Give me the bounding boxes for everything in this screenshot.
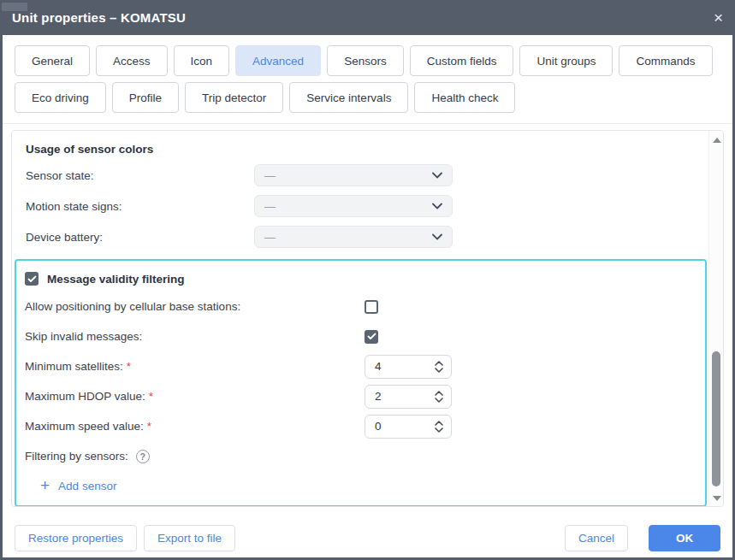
plus-icon: + <box>40 478 50 493</box>
max-speed-row: Maximum speed value: * 0 <box>16 411 705 441</box>
add-sensor-button[interactable]: + Add sensor <box>16 471 705 500</box>
max-hdop-label-text: Maximum HDOP value: <box>25 390 145 403</box>
tab-access[interactable]: Access <box>96 45 168 76</box>
tab-sensors[interactable]: Sensors <box>327 45 404 76</box>
close-icon[interactable]: × <box>714 9 723 26</box>
spinner-arrows-icon[interactable] <box>435 391 443 403</box>
tab-profile[interactable]: Profile <box>112 82 179 113</box>
scrollbar[interactable] <box>708 131 723 506</box>
tab-custom-fields[interactable]: Custom fields <box>410 45 514 76</box>
cellular-positioning-checkbox[interactable] <box>365 300 378 314</box>
titlebar: Unit properties – KOMATSU × <box>0 0 735 35</box>
skip-invalid-row: Skip invalid messages: <box>16 321 705 351</box>
max-speed-input[interactable]: 0 <box>365 415 452 439</box>
sensor-state-value: — <box>264 169 276 182</box>
chevron-down-icon <box>432 233 442 240</box>
tabs-row-2: Eco driving Profile Trip detector Servic… <box>15 82 720 113</box>
motion-state-select[interactable]: — <box>254 195 453 217</box>
scrollbar-thumb[interactable] <box>712 351 720 486</box>
tab-icon[interactable]: Icon <box>174 45 230 76</box>
export-to-file-button[interactable]: Export to file <box>144 525 235 551</box>
sensor-state-label: Sensor state: <box>26 169 254 182</box>
message-validity-section: Message validity filtering Allow positio… <box>15 259 707 506</box>
spinner-arrows-icon[interactable] <box>435 361 443 373</box>
sensor-state-select[interactable]: — <box>254 164 453 186</box>
sensor-colors-heading: Usage of sensor colors <box>12 139 708 160</box>
min-satellites-label-text: Minimum satellites: <box>25 360 123 373</box>
cellular-positioning-row: Allow positioning by cellular base stati… <box>16 292 705 321</box>
chevron-down-icon <box>432 203 442 209</box>
filtering-by-sensors-row: Filtering by sensors: ? <box>16 441 705 471</box>
sensor-state-row: Sensor state: — <box>12 160 708 191</box>
footer-right-group: Cancel OK <box>565 525 720 551</box>
footer: Restore properties Export to file Cancel… <box>15 525 720 551</box>
tabs-divider <box>3 123 732 124</box>
ok-button[interactable]: OK <box>649 525 720 551</box>
spinner-arrows-icon[interactable] <box>435 421 443 433</box>
min-satellites-row: Minimum satellites: * 4 <box>16 351 705 381</box>
motion-state-label: Motion state signs: <box>26 200 254 213</box>
tab-unit-groups[interactable]: Unit groups <box>519 45 613 76</box>
tab-trip-detector[interactable]: Trip detector <box>185 82 283 113</box>
add-sensor-label: Add sensor <box>58 480 116 492</box>
message-validity-checkbox[interactable] <box>25 272 39 286</box>
scroll-up-icon[interactable] <box>713 138 721 143</box>
check-icon <box>367 333 376 340</box>
max-speed-label: Maximum speed value: * <box>25 420 365 433</box>
max-speed-label-text: Maximum speed value: <box>25 420 144 433</box>
advanced-tab-panel: Usage of sensor colors Sensor state: — M… <box>11 130 724 507</box>
tab-general[interactable]: General <box>15 45 90 76</box>
min-satellites-label: Minimum satellites: * <box>25 360 365 373</box>
cellular-positioning-label: Allow positioning by cellular base stati… <box>25 300 365 313</box>
max-hdop-row: Maximum HDOP value: * 2 <box>16 381 705 411</box>
tab-commands[interactable]: Commands <box>619 45 712 76</box>
message-validity-header: Message validity filtering <box>16 266 705 292</box>
restore-properties-button[interactable]: Restore properties <box>15 525 137 551</box>
required-marker: * <box>149 390 153 403</box>
max-speed-value: 0 <box>375 420 382 433</box>
device-battery-row: Device battery: — <box>12 221 708 252</box>
max-hdop-label: Maximum HDOP value: * <box>25 390 365 403</box>
min-satellites-value: 4 <box>375 360 382 373</box>
scroll-down-icon[interactable] <box>713 496 721 501</box>
message-validity-heading: Message validity filtering <box>47 273 185 286</box>
tab-service-intervals[interactable]: Service intervals <box>289 82 408 113</box>
cancel-button[interactable]: Cancel <box>565 525 628 551</box>
tabs-row-1: General Access Icon Advanced Sensors Cus… <box>15 45 720 76</box>
filtering-by-sensors-label: Filtering by sensors: <box>25 450 128 463</box>
chevron-down-icon <box>432 172 442 179</box>
check-icon <box>27 275 37 283</box>
tab-advanced[interactable]: Advanced <box>235 45 321 76</box>
max-hdop-input[interactable]: 2 <box>365 385 452 409</box>
min-satellites-input[interactable]: 4 <box>365 355 452 379</box>
max-hdop-value: 2 <box>375 390 382 403</box>
unit-properties-dialog: Unit properties – KOMATSU × General Acce… <box>0 0 735 560</box>
help-icon[interactable]: ? <box>136 450 150 463</box>
dialog-title: Unit properties – KOMATSU <box>12 10 186 25</box>
skip-invalid-label: Skip invalid messages: <box>25 330 365 343</box>
required-marker: * <box>127 360 131 373</box>
device-battery-label: Device battery: <box>26 231 254 244</box>
titlebar-corner-highlight <box>2 3 27 11</box>
panel-content: Usage of sensor colors Sensor state: — M… <box>12 131 708 506</box>
dialog-body: General Access Icon Advanced Sensors Cus… <box>3 35 732 557</box>
motion-state-row: Motion state signs: — <box>12 191 708 221</box>
required-marker: * <box>147 420 151 433</box>
device-battery-select[interactable]: — <box>254 226 453 248</box>
tab-health-check[interactable]: Health check <box>414 82 515 113</box>
tab-eco-driving[interactable]: Eco driving <box>15 82 106 113</box>
motion-state-value: — <box>264 200 276 213</box>
skip-invalid-checkbox[interactable] <box>365 330 378 344</box>
device-battery-value: — <box>264 231 276 244</box>
